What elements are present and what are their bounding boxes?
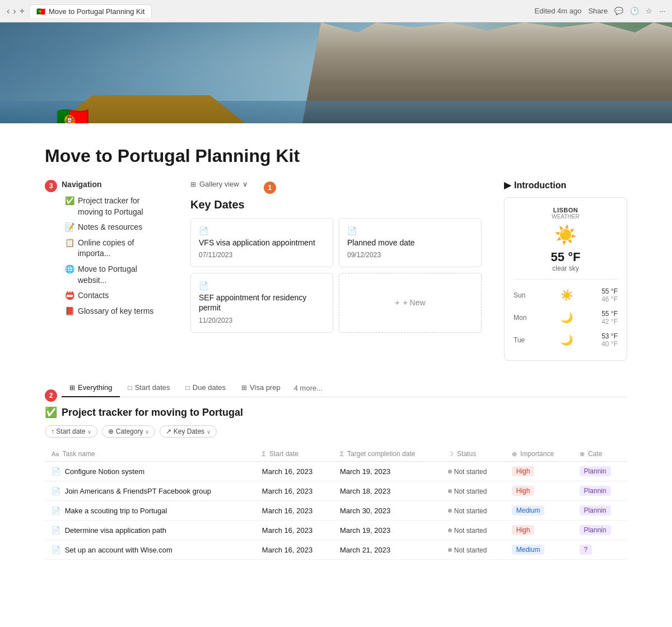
weather-temps-0: 55 °F 46 °F — [601, 287, 618, 303]
tab-visa-prep-label: Visa prep — [250, 383, 281, 392]
tab-favicon: 🇵🇹 — [36, 7, 45, 16]
weather-temps-1: 55 °F 42 °F — [601, 310, 618, 326]
history-icon[interactable]: 🕐 — [630, 7, 639, 15]
card-date-0: 07/11/2023 — [199, 251, 325, 259]
cell-status-3: Not started — [441, 521, 505, 540]
cell-task-0[interactable]: 📄 Configure Notion system — [45, 462, 255, 481]
bottom-section: 2 ⊞ Everything □ Start dates □ Due dates… — [45, 379, 627, 560]
tab-title: Move to Portugal Planning Kit — [49, 7, 144, 16]
importance-badge-1: High — [512, 486, 535, 496]
forward-button[interactable]: › — [13, 6, 16, 16]
col-start-date[interactable]: Σ Start date — [255, 447, 333, 462]
filter-start-date-label: ↑ Start date — [51, 428, 85, 435]
gallery-card-1[interactable]: 📄 Planned move date 09/12/2023 — [339, 218, 482, 267]
weather-row-0: Sun ☀️ 55 °F 46 °F — [514, 284, 618, 306]
weather-card: LISBON WEATHER ☀️ 55 °F clear sky Sun ☀️… — [504, 197, 627, 361]
task-doc-icon: 📄 — [52, 487, 60, 495]
back-button[interactable]: ‹ — [7, 6, 10, 16]
filter-start-date[interactable]: ↑ Start date ∨ — [45, 425, 97, 438]
cell-target-3: March 19, 2023 — [333, 521, 441, 540]
nav-header: Navigation — [62, 180, 168, 189]
weather-high-2: 53 °F — [601, 332, 618, 340]
center-content: ⊞ Gallery view ∨ 1 Key Dates 📄 VFS visa … — [190, 180, 482, 333]
status-dot-0 — [448, 470, 452, 473]
weather-day-1: Mon — [514, 314, 531, 322]
tab-everything[interactable]: ⊞ Everything — [62, 379, 120, 397]
weather-temp-main: 55 °F — [514, 250, 618, 264]
status-label-1: Not started — [454, 487, 487, 495]
new-tab-button[interactable]: + — [20, 6, 25, 16]
weather-icon-2: 🌙 — [561, 334, 573, 346]
plus-icon: + — [395, 298, 399, 307]
task-name-0: Configure Notion system — [65, 467, 144, 476]
sidebar-item-contacts[interactable]: 📛 Contacts — [62, 288, 168, 304]
cell-task-1[interactable]: 📄 Join Americans & FriendsPT Facebook gr… — [45, 481, 255, 501]
col-target-date[interactable]: Σ Target completion date — [333, 447, 441, 462]
sidebar-item-website[interactable]: 🌐 Move to Portugal websit... — [62, 262, 168, 288]
tab-due-dates[interactable]: □ Due dates — [178, 379, 234, 397]
card-icon-0: 📄 — [199, 226, 325, 235]
table-row: 📄 Make a scouting trip to Portugal March… — [45, 501, 627, 521]
weather-icon-1: 🌙 — [561, 312, 573, 324]
status-dot-3 — [448, 528, 452, 532]
task-table: Aa Task name Σ Start date Σ Target compl… — [45, 447, 627, 560]
main-layout: 3 Navigation ✅ Project tracker for movin… — [45, 180, 627, 361]
favorite-icon[interactable]: ☆ — [646, 7, 652, 15]
col-task-name[interactable]: Aa Task name — [45, 447, 255, 462]
task-name-3: Determine visa application path — [65, 526, 166, 535]
cell-task-2[interactable]: 📄 Make a scouting trip to Portugal — [45, 501, 255, 521]
nav-item-label-1: Notes & resources — [78, 222, 142, 233]
task-doc-icon: 📄 — [52, 526, 60, 535]
task-doc-icon: 📄 — [52, 546, 60, 554]
cell-category-2: Plannin — [573, 501, 627, 521]
tab-start-dates[interactable]: □ Start dates — [120, 379, 178, 397]
sidebar-item-copies[interactable]: 📋 Online copies of importa... — [62, 235, 168, 262]
badge-2: 2 — [45, 389, 57, 402]
weather-sublabel: WEATHER — [514, 213, 618, 220]
cell-task-3[interactable]: 📄 Determine visa application path — [45, 521, 255, 540]
status-label-4: Not started — [454, 546, 487, 554]
weather-low-0: 46 °F — [601, 295, 618, 303]
category-badge-3: Plannin — [580, 525, 611, 535]
tab-everything-label: Everything — [78, 383, 112, 392]
sidebar-item-glossary[interactable]: 📕 Glossary of key terms — [62, 304, 168, 319]
tab-visa-prep[interactable]: ⊞ Visa prep — [234, 379, 288, 397]
gallery-card-2[interactable]: 📄 SEF appointment for residency permit 1… — [190, 273, 333, 332]
tab-more[interactable]: 4 more... — [288, 379, 328, 397]
table-row: 📄 Configure Notion system March 16, 2023… — [45, 462, 627, 481]
filter-start-date-chevron: ∨ — [87, 429, 91, 435]
col-category[interactable]: ⊕ Cate — [573, 447, 627, 462]
cell-status-2: Not started — [441, 501, 505, 521]
weather-row-2: Tue 🌙 53 °F 40 °F — [514, 329, 618, 351]
left-navigation: 3 Navigation ✅ Project tracker for movin… — [45, 180, 168, 323]
more-icon[interactable]: ··· — [659, 7, 665, 15]
col-importance[interactable]: ⊕ Importance — [505, 447, 573, 462]
website-icon: 🌐 — [65, 264, 74, 275]
browser-navigation[interactable]: ‹ › + — [7, 6, 25, 16]
share-button[interactable]: Share — [588, 7, 608, 15]
filter-key-dates[interactable]: ↗ Key Dates ∨ — [160, 425, 217, 438]
contacts-icon: 📛 — [65, 290, 74, 301]
cell-start-2: March 16, 2023 — [255, 501, 333, 521]
gallery-icon: ⊞ — [190, 180, 196, 188]
col-status[interactable]: ☽ Status — [441, 447, 505, 462]
status-dot-1 — [448, 489, 452, 493]
gallery-card-new[interactable]: + + New — [339, 273, 482, 332]
gallery-card-0[interactable]: 📄 VFS visa application appointment 07/11… — [190, 218, 333, 267]
browser-tab[interactable]: 🇵🇹 Move to Portugal Planning Kit — [29, 4, 152, 18]
table-row: 📄 Determine visa application path March … — [45, 521, 627, 540]
cell-task-4[interactable]: 📄 Set up an account with Wise.com — [45, 540, 255, 560]
intro-toggle[interactable]: ▶ Introduction — [504, 180, 627, 191]
comment-icon[interactable]: 💬 — [614, 7, 623, 15]
sidebar-item-notes[interactable]: 📝 Notes & resources — [62, 220, 168, 235]
weather-divider — [514, 279, 618, 280]
filter-key-dates-label: ↗ Key Dates — [166, 428, 204, 435]
gallery-view-header[interactable]: ⊞ Gallery view ∨ — [190, 180, 248, 188]
nav-item-label-5: Glossary of key terms — [78, 306, 153, 317]
cell-importance-3: High — [505, 521, 573, 540]
browser-actions: Edited 4m ago Share 💬 🕐 ☆ ··· — [535, 7, 665, 15]
sidebar-item-tracker[interactable]: ✅ Project tracker for moving to Portugal — [62, 193, 168, 220]
filter-category[interactable]: ⊕ Category ∨ — [102, 425, 155, 438]
copies-icon: 📋 — [65, 238, 74, 249]
category-badge-4: ? — [580, 545, 592, 555]
